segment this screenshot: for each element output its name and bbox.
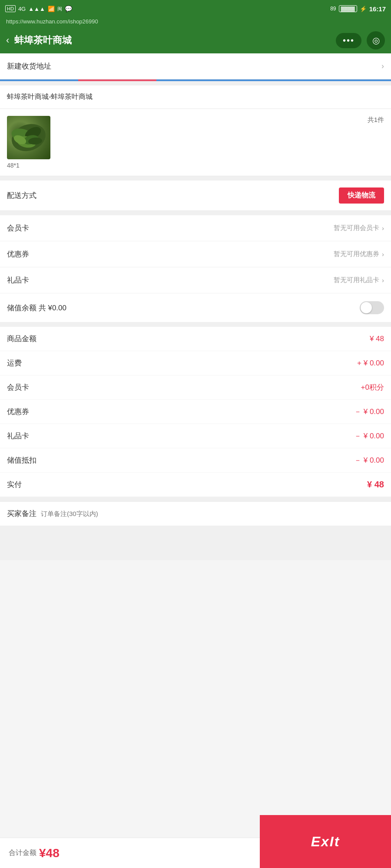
coupon-label: 优惠券 <box>7 249 29 259</box>
add-address-button[interactable]: 新建收货地址 › <box>0 53 391 79</box>
exit-button[interactable]: ExIt <box>260 815 391 868</box>
total-amount-container: 合计金额 ¥48 <box>9 846 60 860</box>
sim-icon: 闽 <box>57 6 62 12</box>
balance-row: 储值余额 共 ¥0.00 <box>0 293 391 322</box>
chevron-right-icon: › <box>382 250 384 258</box>
exit-label: ExIt <box>311 834 340 850</box>
battery-icon: ▓▓▓▓ <box>339 5 357 12</box>
product-image <box>7 116 50 159</box>
delivery-row: 配送方式 快递物流 <box>0 181 391 211</box>
url-bar: https://www.huzhan.com/ishop26990 <box>0 17 391 27</box>
product-size: 48*1 <box>7 162 20 169</box>
bottom-spacer <box>0 526 391 560</box>
item-amount-row: 商品金额 ¥ 48 <box>0 327 391 351</box>
store-name: 蚌埠茶叶商城-蚌埠茶叶商城 <box>7 93 93 100</box>
total-amount: ¥48 <box>39 846 60 860</box>
balance-deduct-row: 储值抵扣 － ¥ 0.00 <box>0 448 391 473</box>
status-bar: HD 4G ▲▲▲ 📶 闽 💬 89 ▓▓▓▓ ⚡ 16:17 <box>0 0 391 17</box>
balance-toggle[interactable] <box>360 301 384 314</box>
network-4g-icon: 4G <box>18 6 26 12</box>
toggle-knob <box>361 302 372 313</box>
price-summary-section: 商品金额 ¥ 48 运费 + ¥ 0.00 会员卡 +0积分 优惠券 － ¥ 0… <box>0 327 391 497</box>
gift-card-value: 暂无可用礼品卡 <box>334 276 379 284</box>
actual-pay-row: 实付 ¥ 48 <box>0 473 391 497</box>
gift-card-label: 礼品卡 <box>7 275 29 285</box>
order-note-input[interactable] <box>41 510 384 517</box>
product-count: 共1件 <box>368 116 384 124</box>
add-address-label: 新建收货地址 <box>7 61 51 71</box>
coupon-discount-label: 优惠券 <box>7 407 29 417</box>
battery-level: 89 <box>330 6 336 12</box>
discount-section: 会员卡 暂无可用会员卡 › 优惠券 暂无可用优惠券 › 礼品卡 暂无可用礼品卡 … <box>0 215 391 322</box>
chevron-right-icon: › <box>382 224 384 232</box>
product-left: 48*1 <box>7 116 50 169</box>
total-label: 合计金额 <box>9 848 36 858</box>
coupon-row[interactable]: 优惠券 暂无可用优惠券 › <box>0 241 391 267</box>
member-card-label: 会员卡 <box>7 223 29 233</box>
item-amount-label: 商品金额 <box>7 334 36 344</box>
coupon-discount-row: 优惠券 － ¥ 0.00 <box>0 400 391 424</box>
member-card-value: 暂无可用会员卡 <box>334 224 379 232</box>
member-card-value-container: 暂无可用会员卡 › <box>334 224 384 232</box>
gift-card-discount-value: － ¥ 0.00 <box>354 431 384 441</box>
balance-deduct-value: － ¥ 0.00 <box>354 455 384 465</box>
member-card-points-label: 会员卡 <box>7 382 29 392</box>
coupon-discount-value: － ¥ 0.00 <box>354 407 384 417</box>
coupon-value-container: 暂无可用优惠券 › <box>334 250 384 258</box>
camera-icon: ◎ <box>372 35 380 46</box>
balance-label: 储值余额 共 ¥0.00 <box>7 303 66 313</box>
product-image-inner <box>7 116 50 159</box>
shipping-value: + ¥ 0.00 <box>357 359 384 368</box>
back-button[interactable]: ‹ <box>6 35 9 46</box>
status-left-icons: HD 4G ▲▲▲ 📶 闽 💬 <box>5 5 72 12</box>
gift-card-discount-label: 礼品卡 <box>7 431 29 441</box>
more-menu-button[interactable]: ••• <box>336 33 361 48</box>
store-name-row: 蚌埠茶叶商城-蚌埠茶叶商城 <box>0 85 391 109</box>
wechat-icon: 💬 <box>65 5 72 12</box>
member-card-points-value: +0积分 <box>361 382 384 392</box>
hd-icon: HD <box>5 5 16 12</box>
nav-bar: ‹ 蚌埠茶叶商城 ••• ◎ <box>0 27 391 53</box>
note-label-prefix: 买家备注 <box>7 509 36 519</box>
member-card-row[interactable]: 会员卡 暂无可用会员卡 › <box>0 215 391 241</box>
actual-pay-label: 实付 <box>7 480 22 490</box>
page-title: 蚌埠茶叶商城 <box>14 34 336 47</box>
chevron-right-icon: › <box>382 276 384 284</box>
actual-pay-value: ¥ 48 <box>367 480 384 490</box>
delivery-badge: 快递物流 <box>339 187 384 204</box>
signal-arrow-icon: ⚡ <box>360 6 367 12</box>
camera-button[interactable]: ◎ <box>367 31 385 49</box>
member-card-points-row: 会员卡 +0积分 <box>0 375 391 400</box>
nav-actions: ••• ◎ <box>336 31 385 49</box>
clock: 16:17 <box>369 5 386 13</box>
chevron-right-icon: › <box>381 62 384 71</box>
color-divider <box>0 79 391 81</box>
note-section: 买家备注 <box>0 501 391 526</box>
status-right-icons: 89 ▓▓▓▓ ⚡ 16:17 <box>330 5 386 13</box>
gift-card-value-container: 暂无可用礼品卡 › <box>334 276 384 284</box>
tea-leaf-graphic <box>7 116 50 159</box>
shipping-row: 运费 + ¥ 0.00 <box>0 351 391 375</box>
gift-card-row[interactable]: 礼品卡 暂无可用礼品卡 › <box>0 267 391 293</box>
wifi-icon: 📶 <box>48 6 55 12</box>
main-content: 新建收货地址 › 蚌埠茶叶商城-蚌埠茶叶商城 <box>0 53 391 560</box>
signal-icon: ▲▲▲ <box>28 6 45 12</box>
delivery-label: 配送方式 <box>7 191 36 201</box>
gift-card-discount-row: 礼品卡 － ¥ 0.00 <box>0 424 391 448</box>
shipping-label: 运费 <box>7 358 22 368</box>
item-amount-value: ¥ 48 <box>370 335 384 343</box>
coupon-value: 暂无可用优惠券 <box>334 250 379 258</box>
url-text: https://www.huzhan.com/ishop26990 <box>6 18 98 25</box>
product-section: 48*1 共1件 <box>0 109 391 176</box>
balance-deduct-label: 储值抵扣 <box>7 455 36 465</box>
